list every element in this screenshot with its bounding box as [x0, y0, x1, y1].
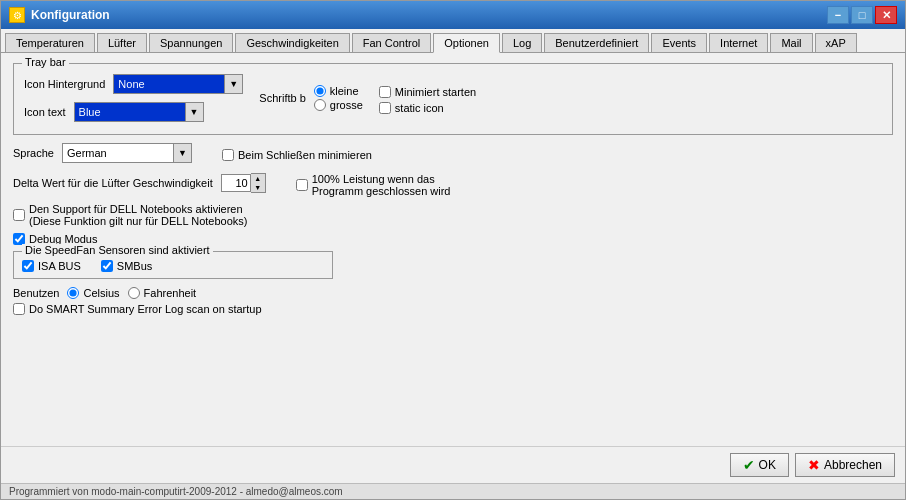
schriftb-row: Schriftb b kleine grosse [259, 85, 363, 111]
spin-down[interactable]: ▼ [251, 183, 265, 192]
tab-bar: Temperaturen Lüfter Spannungen Geschwind… [1, 29, 905, 53]
leistung-label2: Programm geschlossen wird [312, 185, 451, 197]
ok-button[interactable]: ✔ OK [730, 453, 789, 477]
dell-checkbox[interactable] [13, 209, 25, 221]
smart-checkbox[interactable] [13, 303, 25, 315]
tab-internet[interactable]: Internet [709, 33, 768, 52]
app-icon: ⚙ [9, 7, 25, 23]
icon-hintergrund-label: Icon Hintergrund [24, 78, 105, 90]
sensors-group: Die SpeedFan Sensoren sind aktiviert ISA… [13, 251, 333, 279]
fahrenheit-radio[interactable] [128, 287, 140, 299]
kleine-radio[interactable] [314, 85, 326, 97]
icon-text-value: Blue [75, 103, 185, 121]
grosse-radio[interactable] [314, 99, 326, 111]
tab-xap[interactable]: xAP [815, 33, 857, 52]
delta-input[interactable]: 10 [221, 174, 251, 192]
static-label: static icon [395, 102, 444, 114]
benutzen-label: Benutzen [13, 287, 59, 299]
sprache-value: German [63, 144, 173, 162]
beim-schliessen-label: Beim Schließen minimieren [238, 149, 372, 161]
cancel-button[interactable]: ✖ Abbrechen [795, 453, 895, 477]
tab-fan-control[interactable]: Fan Control [352, 33, 431, 52]
tab-temperaturen[interactable]: Temperaturen [5, 33, 95, 52]
delta-label: Delta Wert für die Lüfter Geschwindigkei… [13, 177, 213, 189]
content-area: Tray bar Icon Hintergrund None ▼ Icon te… [1, 53, 905, 446]
sprache-select[interactable]: German ▼ [62, 143, 192, 163]
schriftb-label: Schriftb b [259, 92, 305, 104]
icon-hintergrund-select[interactable]: None ▼ [113, 74, 243, 94]
sprache-arrow: ▼ [173, 144, 191, 162]
spin-up[interactable]: ▲ [251, 174, 265, 183]
icon-hintergrund-row: Icon Hintergrund None ▼ [24, 74, 243, 94]
dell-row: Den Support für DELL Notebooks aktiviere… [13, 203, 893, 227]
delta-row: Delta Wert für die Lüfter Geschwindigkei… [13, 173, 266, 193]
sensors-checkboxes: ISA BUS SMBus [22, 260, 324, 272]
tray-bar-title: Tray bar [22, 56, 69, 68]
cancel-icon: ✖ [808, 457, 820, 473]
tab-log[interactable]: Log [502, 33, 542, 52]
tab-geschwindigkeiten[interactable]: Geschwindigkeiten [235, 33, 349, 52]
benutzen-row: Benutzen Celsius Fahrenheit [13, 287, 893, 299]
footer: ✔ OK ✖ Abbrechen [1, 446, 905, 483]
icon-text-row: Icon text Blue ▼ [24, 102, 243, 122]
restore-button[interactable]: □ [851, 6, 873, 24]
icon-text-label: Icon text [24, 106, 66, 118]
main-window: ⚙ Konfiguration − □ ✕ Temperaturen Lüfte… [0, 0, 906, 500]
grosse-row: grosse [314, 99, 363, 111]
isa-label: ISA BUS [38, 260, 81, 272]
minimize-button[interactable]: − [827, 6, 849, 24]
ok-icon: ✔ [743, 457, 755, 473]
leistung-row: 100% Leistung wenn das Programm geschlos… [296, 173, 451, 197]
icon-hintergrund-arrow: ▼ [224, 75, 242, 93]
delta-spinbox: 10 ▲ ▼ [221, 173, 266, 193]
beim-schliessen-row: Beim Schließen minimieren [222, 149, 372, 161]
leistung-label: 100% Leistung wenn das [312, 173, 451, 185]
spin-buttons: ▲ ▼ [251, 173, 266, 193]
cancel-label: Abbrechen [824, 458, 882, 472]
celsius-row: Celsius [67, 287, 119, 299]
beim-schliessen-checkbox[interactable] [222, 149, 234, 161]
minimiert-label: Minimiert starten [395, 86, 476, 98]
smb-row: SMBus [101, 260, 152, 272]
title-bar: ⚙ Konfiguration − □ ✕ [1, 1, 905, 29]
tab-lufter[interactable]: Lüfter [97, 33, 147, 52]
smb-label: SMBus [117, 260, 152, 272]
tab-mail[interactable]: Mail [770, 33, 812, 52]
smart-label: Do SMART Summary Error Log scan on start… [29, 303, 262, 315]
title-bar-left: ⚙ Konfiguration [9, 7, 110, 23]
tab-events[interactable]: Events [651, 33, 707, 52]
dell-label2: (Diese Funktion gilt nur für DELL Notebo… [29, 215, 247, 227]
smart-row: Do SMART Summary Error Log scan on start… [13, 303, 893, 315]
celsius-radio[interactable] [67, 287, 79, 299]
tab-spannungen[interactable]: Spannungen [149, 33, 233, 52]
kleine-label: kleine [330, 85, 359, 97]
smb-checkbox[interactable] [101, 260, 113, 272]
window-title: Konfiguration [31, 8, 110, 22]
icon-hintergrund-value: None [114, 75, 224, 93]
icon-text-select[interactable]: Blue ▼ [74, 102, 204, 122]
isa-checkbox[interactable] [22, 260, 34, 272]
sprache-row: Sprache German ▼ [13, 143, 192, 163]
statusbar: Programmiert von modo-main-computirt-200… [1, 483, 905, 499]
static-row: static icon [379, 102, 476, 114]
fahrenheit-row: Fahrenheit [128, 287, 197, 299]
tray-bar-group: Tray bar Icon Hintergrund None ▼ Icon te… [13, 63, 893, 135]
tab-optionen[interactable]: Optionen [433, 33, 500, 53]
title-bar-controls: − □ ✕ [827, 6, 897, 24]
static-checkbox[interactable] [379, 102, 391, 114]
icon-text-arrow: ▼ [185, 103, 203, 121]
celsius-label: Celsius [83, 287, 119, 299]
schriftb-radio-group: kleine grosse [314, 85, 363, 111]
ok-label: OK [759, 458, 776, 472]
dell-label: Den Support für DELL Notebooks aktiviere… [29, 203, 247, 215]
sprache-label: Sprache [13, 147, 54, 159]
fahrenheit-label: Fahrenheit [144, 287, 197, 299]
tab-benutzerdefiniert[interactable]: Benutzerdefiniert [544, 33, 649, 52]
isa-row: ISA BUS [22, 260, 81, 272]
sensors-title: Die SpeedFan Sensoren sind aktiviert [22, 244, 213, 256]
leistung-checkbox[interactable] [296, 179, 308, 191]
minimiert-checkbox[interactable] [379, 86, 391, 98]
statusbar-text: Programmiert von modo-main-computirt-200… [9, 486, 343, 497]
close-button[interactable]: ✕ [875, 6, 897, 24]
kleine-row: kleine [314, 85, 363, 97]
